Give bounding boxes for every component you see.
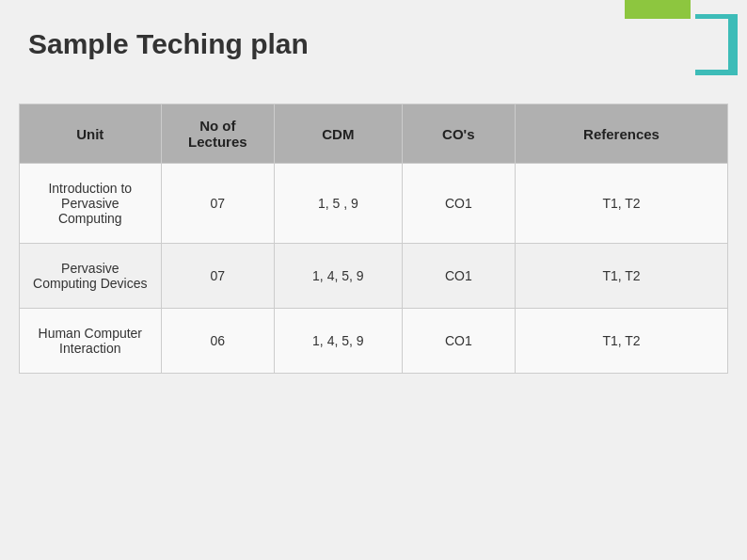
cell-lectures: 07 [161,244,274,309]
cell-cdm: 1, 4, 5, 9 [275,244,403,309]
header-references: References [516,104,728,164]
cell-unit: Pervasive Computing Devices [20,244,162,309]
cell-references: T1, T2 [516,164,728,244]
page-title: Sample Teching plan [28,28,309,59]
cell-cdm: 1, 5 , 9 [275,164,403,244]
cell-cos: CO1 [402,244,515,309]
title-bar: Sample Teching plan [19,19,728,70]
cell-unit: Human Computer Interaction [20,309,162,374]
header-lectures: No of Lectures [161,104,274,164]
table-row: Pervasive Computing Devices071, 4, 5, 9C… [20,244,728,309]
table-row: Introduction to Pervasive Computing071, … [20,164,728,244]
cell-cos: CO1 [402,164,515,244]
table-container: Unit No of Lectures CDM CO's References … [19,104,728,522]
cell-references: T1, T2 [516,309,728,374]
header-unit: Unit [20,104,162,164]
page-container: Sample Teching plan Unit No of Lectures … [0,0,747,560]
cell-cos: CO1 [402,309,515,374]
cell-lectures: 07 [161,164,274,244]
table-row: Human Computer Interaction061, 4, 5, 9CO… [20,309,728,374]
cell-cdm: 1, 4, 5, 9 [275,309,403,374]
table-header-row: Unit No of Lectures CDM CO's References [20,104,728,164]
cell-references: T1, T2 [516,244,728,309]
header-cdm: CDM [275,104,403,164]
header-cos: CO's [402,104,515,164]
teaching-plan-table: Unit No of Lectures CDM CO's References … [19,104,728,374]
cell-unit: Introduction to Pervasive Computing [20,164,162,244]
cell-lectures: 06 [161,309,274,374]
